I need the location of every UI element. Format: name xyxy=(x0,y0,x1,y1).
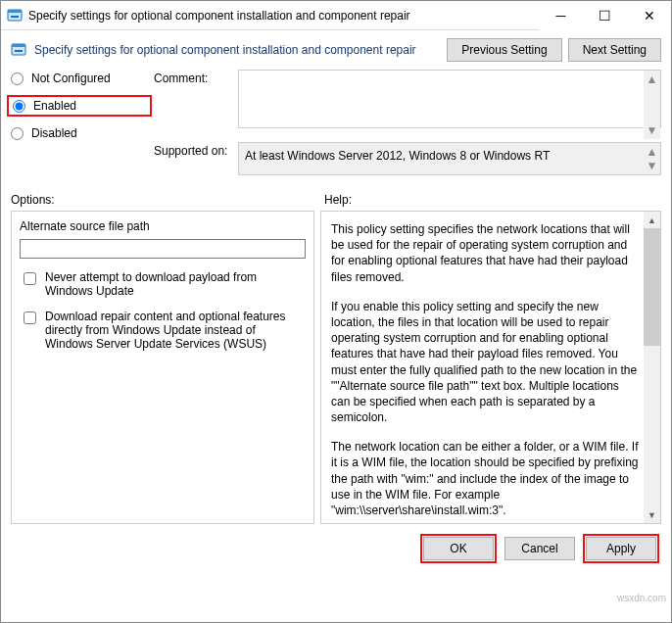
never-download-checkbox[interactable] xyxy=(24,272,36,285)
comment-label: Comment: xyxy=(154,70,232,140)
download-direct-checkbox[interactable] xyxy=(24,312,36,324)
radio-enabled[interactable]: Enabled xyxy=(13,99,146,113)
download-direct-label: Download repair content and optional fea… xyxy=(45,310,306,351)
options-label: Options: xyxy=(11,193,324,207)
radio-disabled-input[interactable] xyxy=(11,127,24,140)
maximize-button[interactable]: ☐ xyxy=(583,1,627,30)
titlebar: Specify settings for optional component … xyxy=(1,1,671,30)
apply-button[interactable]: Apply xyxy=(586,537,656,560)
previous-setting-button[interactable]: Previous Setting xyxy=(447,38,561,62)
scroll-up-icon[interactable]: ▲ xyxy=(644,212,660,228)
dialog-window: Specify settings for optional component … xyxy=(0,0,672,623)
radio-label: Not Configured xyxy=(31,72,111,85)
svg-rect-1 xyxy=(8,10,22,13)
alternate-path-label: Alternate source file path xyxy=(20,219,306,233)
radio-not-configured[interactable]: Not Configured xyxy=(11,72,148,85)
alternate-path-input[interactable] xyxy=(20,239,306,259)
policy-icon xyxy=(11,42,26,58)
policy-subtitle: Specify settings for optional component … xyxy=(34,43,441,57)
scroll-track[interactable] xyxy=(644,228,660,506)
ok-button[interactable]: OK xyxy=(423,537,494,560)
supported-label: Supported on: xyxy=(154,142,232,175)
policy-icon xyxy=(7,8,23,24)
header: Specify settings for optional component … xyxy=(1,30,671,70)
svg-rect-4 xyxy=(12,44,25,47)
scroll-down-icon[interactable]: ▼ xyxy=(644,506,660,523)
dialog-footer: OK Cancel Apply xyxy=(1,524,671,573)
radio-not-configured-input[interactable] xyxy=(11,72,24,85)
minimize-button[interactable]: ─ xyxy=(539,1,583,30)
radio-label: Disabled xyxy=(31,126,77,140)
never-download-label: Never attempt to download payload from W… xyxy=(45,270,306,298)
scroll-thumb[interactable] xyxy=(644,228,660,346)
radio-label: Enabled xyxy=(33,99,76,113)
help-panel: This policy setting specifies the networ… xyxy=(320,211,661,524)
next-setting-button[interactable]: Next Setting xyxy=(568,38,661,62)
cancel-button[interactable]: Cancel xyxy=(504,537,575,560)
options-panel: Alternate source file path Never attempt… xyxy=(11,211,314,524)
close-button[interactable]: ✕ xyxy=(627,1,671,30)
supported-on-box: At least Windows Server 2012, Windows 8 … xyxy=(238,142,661,175)
help-scrollbar[interactable]: ▲ ▼ xyxy=(644,212,660,523)
help-label: Help: xyxy=(324,193,661,207)
svg-rect-2 xyxy=(11,16,19,18)
window-title: Specify settings for optional component … xyxy=(28,9,539,23)
radio-disabled[interactable]: Disabled xyxy=(11,126,148,140)
svg-rect-5 xyxy=(15,50,23,52)
supported-scrollbar: ▲▼ xyxy=(644,143,660,174)
supported-on-text: At least Windows Server 2012, Windows 8 … xyxy=(245,149,550,163)
help-text: This policy setting specifies the networ… xyxy=(321,212,644,523)
radio-enabled-input[interactable] xyxy=(13,100,25,113)
comment-scrollbar: ▲▼ xyxy=(644,71,660,139)
comment-textarea[interactable] xyxy=(238,70,661,128)
